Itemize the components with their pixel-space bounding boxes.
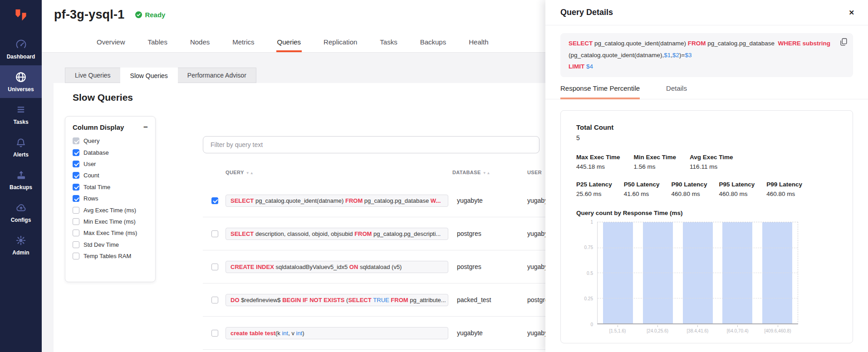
query-cell[interactable]: SELECT pg_catalog.quote_ident(datname) F… [226,195,448,207]
row-checkbox[interactable] [211,197,218,204]
column-checkbox-database[interactable]: Database [73,147,148,158]
sidebar-item-backups[interactable]: Backups [0,163,42,196]
app-root: DashboardUniversesTasksAlertsBackupsConf… [0,0,868,352]
tab-metrics[interactable]: Metrics [231,34,255,52]
y-tick-label: 0.5 [587,270,593,275]
stat-p25-latency: P25 Latency25.60 ms [576,181,612,197]
tab-queries[interactable]: Queries [276,34,302,52]
column-checkbox-total-time[interactable]: Total Time [73,181,148,193]
column-checkbox-min-exec-time-ms[interactable]: Min Exec Time (ms) [73,216,148,227]
tab-backups[interactable]: Backups [419,34,447,52]
sidebar-item-label: Tasks [13,119,28,125]
query-cell[interactable]: DO $redefineview$ BEGIN IF NOT EXISTS (S… [226,294,448,306]
column-checkbox-user[interactable]: User [73,158,148,170]
checkbox-label: Avg Exec Time (ms) [83,207,136,214]
checkbox[interactable] [73,172,79,179]
sql-token: pg_attribute... [410,297,446,303]
subtab-slow-queries[interactable]: Slow Queries [120,68,178,83]
close-icon[interactable]: ✕ [848,9,854,17]
logo-icon [11,6,30,26]
database-cell: postgres [457,230,527,237]
stat-value: 460.80 ms [766,191,802,197]
query-details-title: Query Details [560,8,613,17]
sidebar-item-configs[interactable]: Configs [0,196,42,229]
tab-health[interactable]: Health [468,34,489,52]
checkbox[interactable] [73,207,79,214]
tab-details[interactable]: Details [666,84,687,99]
checkbox-label: Std Dev Time [83,241,119,248]
sql-token: $redefineview$ [241,297,282,303]
checkbox[interactable] [73,161,79,167]
column-checkbox-temp-tables-ram[interactable]: Temp Tables RAM [73,250,148,262]
sql-token: DO [230,297,241,303]
tab-response-time-percentile[interactable]: Response Time Percentile [560,84,640,99]
row-checkbox[interactable] [211,297,218,303]
subtab-live-queries[interactable]: Live Queries [65,68,121,83]
query-cell[interactable]: create table test(k int, v int) [226,327,448,339]
sidebar-item-admin[interactable]: Admin [0,229,42,261]
checkbox-label: Max Exec Time (ms) [83,230,137,236]
stat-p90-latency: P90 Latency460.80 ms [672,181,707,197]
sql-token: ) [302,330,304,337]
sidebar-item-dashboard[interactable]: Dashboard [0,33,42,65]
gear-icon [15,235,26,246]
sidebar-item-universes[interactable]: Universes [0,65,42,98]
tab-overview[interactable]: Overview [96,34,126,52]
yugabyte-logo[interactable] [0,0,42,33]
x-tick-label: [409.6,460.8) [763,325,793,333]
tab-tasks[interactable]: Tasks [379,34,398,52]
row-checkbox[interactable] [211,230,218,237]
row-checkbox[interactable] [211,330,218,337]
percentile-card: Total Count 5 Max Exec Time445.18 msMin … [560,110,853,343]
stat-value: 116.11 ms [690,163,733,170]
x-tick-label: [24.0,25.6) [642,325,672,333]
checkbox[interactable] [73,184,79,191]
checkbox[interactable] [73,253,79,259]
sql-line: LIMIT $4 [569,61,831,73]
collapse-icon[interactable]: − [143,123,148,131]
stat-value: 25.60 ms [576,191,612,197]
gridline [598,248,798,248]
column-checkbox-count[interactable]: Count [73,170,148,181]
checkbox-label: Count [83,172,99,179]
checkbox[interactable] [73,195,79,202]
checkbox[interactable] [73,241,79,248]
sidebar-item-label: Universes [8,86,34,93]
checkbox[interactable] [73,218,79,225]
query-cell[interactable]: CREATE INDEX sqldataloadByValuev5_idx5 O… [226,261,448,273]
subtab-performance-advisor[interactable]: Performance Advisor [177,68,256,83]
sql-token: ON [349,264,360,270]
column-header-query[interactable]: QUERY▼▲ [226,170,254,175]
column-checkbox-query[interactable]: Query [73,135,148,147]
sidebar-item-label: Backups [10,184,32,191]
column-checkbox-std-dev-time[interactable]: Std Dev Time [73,239,148,250]
checkbox[interactable] [73,230,79,236]
column-checkbox-rows[interactable]: Rows [73,193,148,204]
chart-x-axis: [1.5,1.6)[24.0,25.6)[38.4,41.6)[64.0,70.… [597,325,798,333]
query-filter-input[interactable] [203,136,539,153]
query-cell[interactable]: SELECT description, classoid, objoid, ob… [226,228,448,240]
row-checkbox[interactable] [211,264,218,270]
checkbox[interactable] [73,137,79,144]
sidebar-item-tasks[interactable]: Tasks [0,98,42,131]
column-header-user[interactable]: USER [527,170,542,175]
sidebar-item-alerts[interactable]: Alerts [0,131,42,163]
column-checkbox-max-exec-time-ms[interactable]: Max Exec Time (ms) [73,227,148,239]
column-checkbox-avg-exec-time-ms[interactable]: Avg Exec Time (ms) [73,204,148,215]
page-title: pf-3g-ysql-1 [54,8,124,22]
sidebar-item-label: Dashboard [7,54,35,60]
stat-p99-latency: P99 Latency460.80 ms [766,181,802,197]
total-count-label: Total Count [576,123,837,131]
slow-queries-title: Slow Queries [73,92,133,103]
x-tick-label: [64.0,70.4) [723,325,753,333]
tab-nodes[interactable]: Nodes [189,34,211,52]
checkbox[interactable] [73,149,79,156]
tab-replication[interactable]: Replication [323,34,358,52]
gauge-icon [15,39,27,50]
sql-token: FROM [688,40,708,47]
copy-icon[interactable] [840,38,847,50]
checkbox-label: User [83,161,96,167]
column-header-database[interactable]: DATABASE▼▲ [452,170,491,175]
tab-tables[interactable]: Tables [147,34,168,52]
query-sql-box: SELECT pg_catalog.quote_ident(datname) F… [560,33,853,77]
